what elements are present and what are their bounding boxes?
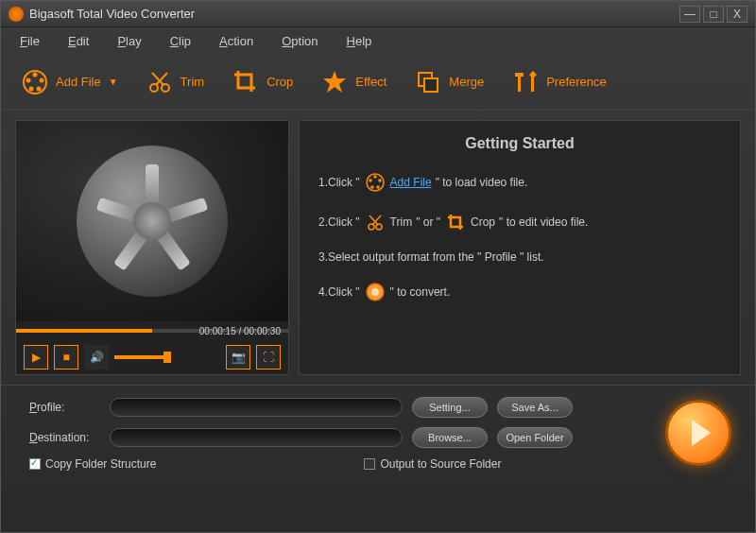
scissors-icon <box>145 67 175 97</box>
minimize-button[interactable]: — <box>679 6 700 23</box>
svg-point-22 <box>369 224 374 230</box>
getting-started-panel: Getting Started 1.Click " Add File " to … <box>299 120 741 375</box>
tools-icon <box>510 67 541 97</box>
destination-input[interactable] <box>110 428 403 447</box>
info-title: Getting Started <box>318 135 721 152</box>
toolbar: Add File ▼ Trim Crop Effect Merge Prefer… <box>1 54 755 111</box>
preference-button[interactable]: Preference <box>510 67 607 97</box>
merge-icon <box>413 67 443 97</box>
checkbox-icon <box>29 458 41 470</box>
app-window: Bigasoft Total Video Converter — □ X Fil… <box>0 0 756 533</box>
volume-icon[interactable]: 🔊 <box>84 345 109 370</box>
dropdown-icon: ▼ <box>109 77 118 87</box>
destination-label: Destination: <box>29 431 100 444</box>
add-file-link[interactable]: Add File <box>390 176 432 189</box>
step-2: 2.Click " Trim " or " Crop " to edit vid… <box>318 211 721 233</box>
merge-button[interactable]: Merge <box>413 67 484 97</box>
svg-rect-12 <box>424 78 438 92</box>
svg-marker-10 <box>323 71 346 93</box>
svg-point-20 <box>370 185 374 189</box>
crop-icon <box>444 211 467 233</box>
menu-edit[interactable]: Edit <box>68 34 89 48</box>
reel-icon <box>364 171 387 194</box>
close-button[interactable]: X <box>727 6 747 23</box>
svg-point-18 <box>378 179 382 182</box>
profile-row: Profile: Setting... Save As... <box>29 397 736 418</box>
stop-button[interactable]: ■ <box>54 345 78 370</box>
progress-bar[interactable]: 00:00:15 / 00:00:30 <box>16 321 288 340</box>
effect-button[interactable]: Effect <box>319 67 387 97</box>
main-area: 00:00:15 / 00:00:30 ▶ ■ 🔊 📷 ⛶ Getting St… <box>1 111 755 385</box>
svg-rect-15 <box>531 77 534 92</box>
menubar: File Edit Play Clip Action Option Help <box>1 27 755 54</box>
crop-icon <box>231 67 261 97</box>
trim-button[interactable]: Trim <box>145 67 205 97</box>
app-icon <box>9 7 24 22</box>
app-title: Bigasoft Total Video Converter <box>29 7 677 21</box>
preview-image <box>16 121 288 321</box>
menu-play[interactable]: Play <box>117 34 141 48</box>
svg-point-19 <box>376 185 380 189</box>
destination-row: Destination: Browse... Open Folder <box>29 427 736 448</box>
film-reel-graphic <box>77 146 228 297</box>
svg-rect-14 <box>515 73 524 77</box>
titlebar: Bigasoft Total Video Converter — □ X <box>1 1 755 27</box>
copy-structure-checkbox[interactable]: Copy Folder Structure <box>29 457 156 471</box>
convert-icon <box>364 281 387 303</box>
menu-option[interactable]: Option <box>282 34 318 48</box>
maximize-button[interactable]: □ <box>703 6 724 23</box>
save-as-button[interactable]: Save As... <box>497 397 573 418</box>
svg-point-1 <box>33 72 38 77</box>
svg-point-4 <box>29 86 34 91</box>
add-file-button[interactable]: Add File ▼ <box>20 67 118 97</box>
play-button[interactable]: ▶ <box>24 345 48 370</box>
reel-icon <box>20 67 50 97</box>
svg-point-23 <box>376 224 382 230</box>
menu-clip[interactable]: Clip <box>170 34 191 48</box>
time-display: 00:00:15 / 00:00:30 <box>199 326 281 336</box>
step-4: 4.Click " " to convert. <box>318 281 721 303</box>
bottom-area: Profile: Setting... Save As... Destinati… <box>1 385 755 480</box>
player-controls: ▶ ■ 🔊 📷 ⛶ <box>16 340 288 374</box>
menu-file[interactable]: File <box>20 34 40 48</box>
browse-button[interactable]: Browse... <box>412 427 488 448</box>
svg-point-27 <box>371 288 379 296</box>
profile-select[interactable] <box>110 398 403 417</box>
checkbox-icon <box>364 458 375 470</box>
svg-point-2 <box>40 77 44 82</box>
step-1: 1.Click " Add File " to load video file. <box>318 171 721 194</box>
svg-point-21 <box>369 179 372 182</box>
setting-button[interactable]: Setting... <box>412 397 488 418</box>
checkbox-row: Copy Folder Structure Output to Source F… <box>29 457 736 471</box>
preview-panel: 00:00:15 / 00:00:30 ▶ ■ 🔊 📷 ⛶ <box>15 120 289 375</box>
svg-point-17 <box>373 175 377 179</box>
fullscreen-button[interactable]: ⛶ <box>256 345 281 370</box>
output-source-checkbox[interactable]: Output to Source Folder <box>364 457 501 471</box>
snapshot-button[interactable]: 📷 <box>226 345 250 370</box>
profile-label: Profile: <box>29 401 100 414</box>
menu-action[interactable]: Action <box>219 34 253 48</box>
step-3: 3.Select output format from the " Profil… <box>318 250 721 264</box>
volume-slider[interactable] <box>114 355 171 359</box>
svg-point-3 <box>37 86 42 91</box>
convert-button[interactable] <box>665 400 731 466</box>
crop-button[interactable]: Crop <box>231 67 293 97</box>
scissors-icon <box>364 211 387 233</box>
menu-help[interactable]: Help <box>347 34 372 48</box>
svg-point-5 <box>26 77 31 82</box>
open-folder-button[interactable]: Open Folder <box>497 427 573 448</box>
star-icon <box>319 67 350 97</box>
